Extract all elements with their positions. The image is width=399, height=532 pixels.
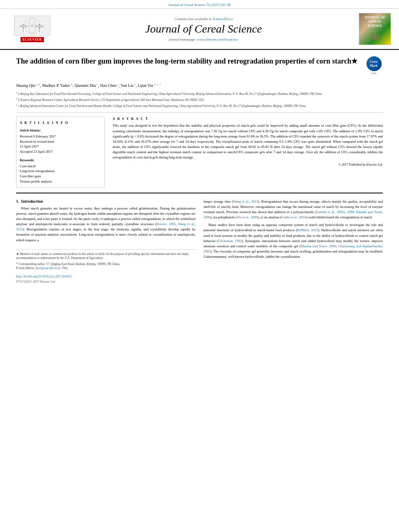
elsevier-label: ELSEVIER xyxy=(21,37,44,42)
sciencedirect-link[interactable]: ScienceDirect xyxy=(212,17,232,21)
article-title: The addition of corn fiber gum improves … xyxy=(16,56,359,66)
revised-label: Received in revised form xyxy=(20,139,101,144)
crossmark-label: CHat xyxy=(371,72,376,74)
homepage-label: journal homepage: xyxy=(169,37,196,41)
article-info-heading: A R T I C L E I N F O xyxy=(20,120,101,125)
article-info-column: A R T I C L E I N F O Article history: R… xyxy=(16,117,105,187)
ref-chaisawang[interactable]: Chaisawang and Suphantharika, 2005 xyxy=(204,244,383,253)
section-title: Introduction xyxy=(21,199,43,203)
doi-link[interactable]: http://dx.doi.org/10.1016/j.jcs.2017.04.… xyxy=(16,275,71,278)
footnote-email: E-mail address: ljyin@cau.edu.cn (L. Yin… xyxy=(16,266,195,271)
ref-hoover[interactable]: Hoover, 1995 xyxy=(156,222,176,226)
keyword-2: Long-term retrogradation xyxy=(20,168,101,174)
keyword-1: Corn starch xyxy=(20,164,101,169)
abstract-column: A B S T R A C T This study was designed … xyxy=(113,117,383,187)
body-two-col: 1. Introduction When starch granules are… xyxy=(16,199,383,283)
abstract-heading: A B S T R A C T xyxy=(113,117,383,121)
intro-para-3: Many studies have been done using an aqu… xyxy=(204,222,383,259)
section-number: 1. xyxy=(16,199,19,203)
elsevier-image xyxy=(14,16,50,36)
affiliation-a: a a Beijing Key Laboratory for Food Non-… xyxy=(16,91,383,96)
ref-wu[interactable]: Wu et al., 2009 xyxy=(237,215,258,219)
article-info-abstract: A R T I C L E I N F O Article history: R… xyxy=(16,117,383,187)
doi-section: http://dx.doi.org/10.1016/j.jcs.2017.04.… xyxy=(16,274,195,283)
footnote-corresponding: * Corresponding author. 17, Qinghua East… xyxy=(16,262,195,267)
journal-reference: Journal of Cereal Science 76 (2017) 92–9… xyxy=(169,3,230,7)
homepage-line: journal homepage: www.elsevier.com/locat… xyxy=(56,37,351,41)
journal-main-title: Journal of Cereal Science xyxy=(56,23,351,35)
ref-khanna2[interactable]: Khanna and Tester, 2006 xyxy=(300,244,336,248)
affiliations: a a Beijing Key Laboratory for Food Non-… xyxy=(16,91,383,108)
email-link[interactable]: ljyin@cau.edu.cn xyxy=(36,266,57,270)
revised-date: 15 April 2017 xyxy=(20,144,101,149)
body-right-col: longer storage time (Wang et al., 2015).… xyxy=(204,199,383,283)
contents-available-line: Contents lists available at ScienceDirec… xyxy=(56,16,351,21)
accepted-date: Accepted 23 April 2017 xyxy=(20,149,101,154)
article-info-box: A R T I C L E I N F O Article history: R… xyxy=(16,117,105,187)
ref-funami[interactable]: Funami et al., 2005a, 2008 xyxy=(316,210,354,214)
svg-point-4 xyxy=(31,25,33,27)
ref-bemiller[interactable]: BeMiller, 2011 xyxy=(297,228,318,232)
intro-para-1: When starch granules are heated in exces… xyxy=(16,206,195,243)
received-date: Received 6 February 2017 xyxy=(20,134,101,139)
article-title-section: The addition of corn fiber gum improves … xyxy=(16,56,383,78)
affiliation-b: b b Eastern Regional Research Center, Ag… xyxy=(16,97,383,102)
ref-fadda[interactable]: Fadda et al., 2014 xyxy=(282,215,306,219)
journal-header: ELSEVIER Contents lists available at Sci… xyxy=(0,9,399,50)
authors-line: Shuang Qiu a, b, Madhav P. Yadav b, Qiao… xyxy=(16,82,383,88)
article-history-label: Article history: xyxy=(20,128,101,133)
crossmark-badge: CrossMark CHat xyxy=(365,56,383,74)
intro-para-2: longer storage time (Wang et al., 2015).… xyxy=(204,199,383,220)
body-section: 1. Introduction When starch granules are… xyxy=(16,199,383,283)
keyword-3: Corn fiber gum xyxy=(20,174,101,179)
homepage-url[interactable]: www.elsevier.com/locate/jcs xyxy=(197,37,238,41)
crossmark-circle: CrossMark xyxy=(366,56,382,71)
contents-label: Contents lists available at xyxy=(174,17,211,21)
keyword-4: Texture profile analysis xyxy=(20,179,101,184)
main-content: The addition of corn fiber gum improves … xyxy=(0,50,399,290)
elsevier-logo: ELSEVIER xyxy=(8,16,56,42)
affiliation-c: c c Beijing Advanced Innovation Center f… xyxy=(16,103,383,108)
ref-wang2015b[interactable]: Wang et al., 2015 xyxy=(233,199,258,203)
body-left-col: 1. Introduction When starch granules are… xyxy=(16,199,195,283)
keywords-heading: Keywords: xyxy=(20,158,101,163)
issn-line: 0733-5210/© 2017 Elsevier Ltd. xyxy=(16,280,195,283)
keywords-section: Keywords: Corn starch Long-term retrogra… xyxy=(20,158,101,184)
abstract-text: This study was designed to test the hypo… xyxy=(113,123,383,160)
journal-title-area: Contents lists available at ScienceDirec… xyxy=(56,16,351,41)
intro-heading: 1. Introduction xyxy=(16,199,195,203)
journal-cover-image: JOURNAL OF CEREAL SCIENCE xyxy=(359,13,391,45)
ref-glicksman[interactable]: Glicksman, 1992 xyxy=(218,239,242,243)
copyright-line: © 2017 Published by Elsevier Ltd. xyxy=(113,163,383,166)
abstract-section: A B S T R A C T This study was designed … xyxy=(113,117,383,166)
journal-cover-area: JOURNAL OF CEREAL SCIENCE xyxy=(351,13,391,45)
footnote-star: ★ Mention of trade names or commercial p… xyxy=(16,252,195,261)
publisher-logo-area: ELSEVIER xyxy=(8,16,56,42)
top-bar: Journal of Cereal Science 76 (2017) 92–9… xyxy=(0,0,399,9)
footnote-section: ★ Mention of trade names or commercial p… xyxy=(16,249,195,271)
